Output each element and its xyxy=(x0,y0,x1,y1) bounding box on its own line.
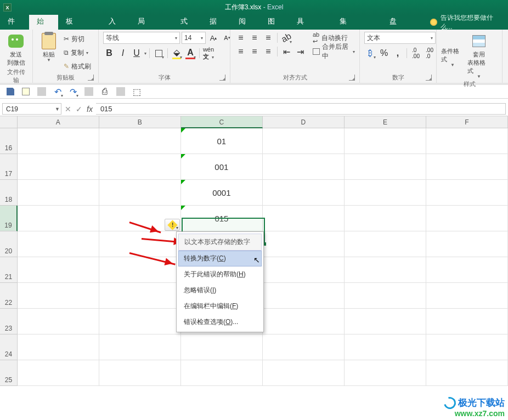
row-header-18[interactable]: 18 xyxy=(0,180,18,206)
menu-title: 以文本形式存储的数字 xyxy=(178,234,262,251)
align-right-button[interactable]: ≡ xyxy=(262,46,274,58)
font-size-combo[interactable]: 14▾ xyxy=(182,32,206,44)
group-styles-label: 样式 xyxy=(441,79,498,88)
row-header-20[interactable]: 20 xyxy=(0,231,18,257)
increase-indent-button[interactable]: ⇥ xyxy=(294,46,306,58)
row-header-24[interactable]: 24 xyxy=(0,334,18,360)
row-header-17[interactable]: 17 xyxy=(0,154,18,180)
align-top-button[interactable]: ≡ xyxy=(235,32,247,44)
bold-button[interactable]: B xyxy=(103,47,115,59)
group-clipboard-label: 剪贴板 xyxy=(37,72,94,82)
group-number-label: 数字 xyxy=(364,72,432,82)
row-header-22[interactable]: 22 xyxy=(0,283,18,309)
template-button[interactable] xyxy=(20,86,32,98)
row-header-25[interactable]: 25 xyxy=(0,360,18,386)
accept-formula-button[interactable]: ✓ xyxy=(76,105,82,113)
name-box[interactable]: C19▼ xyxy=(2,103,61,115)
number-format-combo[interactable]: 文本▾ xyxy=(364,32,436,44)
ribbon: 发送 到微信 文件传输 粘贴 ▼ ✂剪切 ⧉复制▾ ✎格式刷 剪贴板 等线▾ 1… xyxy=(0,30,508,85)
col-header-E[interactable]: E xyxy=(345,116,426,128)
row-header-23[interactable]: 23 xyxy=(0,309,18,334)
merge-icon xyxy=(313,48,320,55)
fx-button[interactable]: fx xyxy=(87,105,93,113)
col-header-D[interactable]: D xyxy=(263,116,345,128)
bucket-icon: ⬙ xyxy=(172,47,181,59)
copy-button[interactable]: ⧉复制▾ xyxy=(64,47,91,59)
save-button[interactable] xyxy=(4,86,16,98)
currency-icon: ₿ xyxy=(368,48,372,58)
orientation-button[interactable]: ab xyxy=(280,32,292,44)
error-smart-tag-button[interactable]: ! xyxy=(165,219,180,231)
alignment-dialog-launcher[interactable] xyxy=(349,75,355,81)
save-icon xyxy=(7,88,14,95)
touch-icon: ⬚ xyxy=(133,87,141,97)
table-format-icon xyxy=(471,33,487,49)
font-color-button[interactable]: A xyxy=(184,47,196,59)
grid[interactable]: 1601 17001 180001 19015 20 21 22 23 24 2… xyxy=(0,128,508,386)
column-headers: A B C D E F xyxy=(0,116,508,128)
undo-button[interactable]: ↶ xyxy=(52,86,64,98)
align-bottom-button[interactable]: ≡ xyxy=(262,32,274,44)
row-header-16[interactable]: 16 xyxy=(0,128,18,154)
tell-me-search[interactable]: 告诉我您想要做什么... xyxy=(425,15,508,30)
undo-icon: ↶ xyxy=(54,87,61,97)
menu-edit-in-formula-bar[interactable]: 在编辑栏中编辑(F) xyxy=(178,298,262,314)
cell-C17[interactable]: 001 xyxy=(181,154,263,180)
accounting-format-button[interactable]: ₿ xyxy=(364,47,376,59)
print-preview-button[interactable]: ⎙ xyxy=(99,86,111,98)
wrap-icon: ab↩ xyxy=(313,31,319,45)
cut-button[interactable]: ✂剪切 xyxy=(64,33,91,45)
percent-button[interactable]: % xyxy=(378,47,390,59)
cell-C16[interactable]: 01 xyxy=(181,128,263,154)
redo-button[interactable]: ↷ xyxy=(67,86,79,98)
menu-error-check-options[interactable]: 错误检查选项(O)... xyxy=(178,314,262,330)
app-logo-icon: X xyxy=(3,3,12,12)
row-header-21[interactable]: 21 xyxy=(0,257,18,283)
increase-decimal-button[interactable]: .0.00 xyxy=(410,47,422,59)
print-icon: ⎙ xyxy=(102,87,108,97)
col-header-C[interactable]: C xyxy=(181,116,263,128)
select-all-corner[interactable] xyxy=(0,116,18,128)
conditional-format-button[interactable]: 条件格式▼ xyxy=(441,32,464,67)
formula-input[interactable]: 015 xyxy=(96,103,506,115)
align-center-button[interactable]: ≡ xyxy=(249,46,261,58)
decrease-decimal-button[interactable]: .00.0 xyxy=(424,47,436,59)
send-to-wechat-button[interactable]: 发送 到微信 xyxy=(4,32,27,67)
menu-convert-to-number[interactable]: 转换为数字(C) xyxy=(178,251,262,266)
col-header-A[interactable]: A xyxy=(18,116,99,128)
border-button[interactable] xyxy=(153,47,165,59)
cell-C19[interactable]: 015 xyxy=(181,206,263,231)
increase-font-button[interactable]: A▴ xyxy=(207,32,219,44)
format-painter-button[interactable]: ✎格式刷 xyxy=(64,60,91,72)
col-header-F[interactable]: F xyxy=(426,116,508,128)
decrease-indent-button[interactable]: ⇤ xyxy=(280,46,292,58)
window-title: 工作簿3.xlsx - Excel xyxy=(0,3,508,12)
menu-error-help[interactable]: 关于此错误的帮助(H) xyxy=(178,266,262,282)
redo-icon: ↷ xyxy=(70,87,77,97)
ribbon-tabs: 文件 开始 我的模板 插入 页面布局 公式 数据 审阅 视图 开发工具 PDF工… xyxy=(0,15,508,30)
row-header-19[interactable]: 19 xyxy=(0,206,18,231)
format-as-table-button[interactable]: 套用 表格格式▼ xyxy=(467,32,490,79)
watermark: 极光下载站 www.xz7.com xyxy=(444,396,505,418)
col-header-B[interactable]: B xyxy=(99,116,181,128)
font-dialog-launcher[interactable] xyxy=(219,75,225,81)
clipboard-dialog-launcher[interactable] xyxy=(88,75,94,81)
number-dialog-launcher[interactable] xyxy=(426,75,432,81)
cell-C18[interactable]: 0001 xyxy=(181,180,263,206)
orientation-icon: ab xyxy=(280,31,293,44)
touch-mode-button[interactable]: ⬚ xyxy=(131,86,143,98)
align-left-button[interactable]: ≡ xyxy=(235,46,247,58)
menu-ignore-error[interactable]: 忽略错误(I) xyxy=(178,282,262,298)
underline-button[interactable]: U xyxy=(131,47,143,59)
fill-color-button[interactable]: ⬙ xyxy=(171,47,183,59)
font-name-combo[interactable]: 等线▾ xyxy=(103,32,180,44)
paste-button[interactable]: 粘贴 ▼ xyxy=(37,32,60,63)
italic-button[interactable]: I xyxy=(117,47,129,59)
align-middle-button[interactable]: ≡ xyxy=(249,32,261,44)
merge-center-button[interactable]: 合并后居中▾ xyxy=(313,46,355,58)
phonetic-button[interactable]: wén文 xyxy=(202,47,215,59)
group-filetransfer-label: 文件传输 xyxy=(4,67,28,84)
decrease-font-button[interactable]: A▾ xyxy=(221,32,233,44)
cancel-formula-button[interactable]: ✕ xyxy=(65,105,71,113)
comma-button[interactable]: , xyxy=(392,47,404,59)
